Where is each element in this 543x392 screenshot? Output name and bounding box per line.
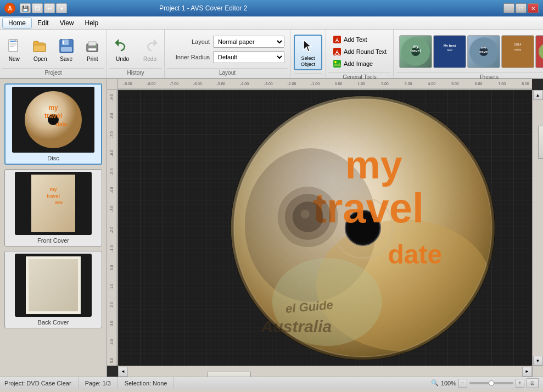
maximize-btn[interactable]: □ xyxy=(516,3,527,13)
new-button[interactable]: New xyxy=(2,36,26,63)
svg-text:text: text xyxy=(447,48,452,52)
svg-text:1.00: 1.00 xyxy=(358,82,366,86)
new-label: New xyxy=(9,56,20,62)
menubar: Home Edit View Help xyxy=(0,16,543,30)
preset-thumb-3[interactable]: my travel xyxy=(467,35,500,68)
svg-text:date: date xyxy=(388,240,442,269)
svg-point-14 xyxy=(95,45,97,47)
svg-text:travel: travel xyxy=(411,49,421,53)
svg-text:travel: travel xyxy=(44,112,62,120)
svg-point-21 xyxy=(334,61,337,63)
history-group-label: History xyxy=(109,68,162,76)
preset-thumb-4[interactable]: 2014 marty xyxy=(501,35,534,68)
disc-label: Disc xyxy=(47,155,59,161)
svg-rect-9 xyxy=(63,41,64,44)
disc-design[interactable]: my travel date el Guide Australia xyxy=(228,93,497,362)
add-text-icon: A xyxy=(333,35,342,44)
svg-text:3.00: 3.00 xyxy=(405,82,412,86)
svg-text:-2.0: -2.0 xyxy=(110,227,114,233)
zoom-slider[interactable] xyxy=(469,382,513,384)
disc-thumbnail: my travel date xyxy=(12,87,94,153)
canvas-content[interactable]: my travel date el Guide Australia xyxy=(118,90,543,366)
svg-text:-1.00: -1.00 xyxy=(311,82,320,86)
zoom-in-btn[interactable]: + xyxy=(516,379,524,388)
cursor-icon xyxy=(300,38,316,54)
ribbon-presets-group: my travel My best text my xyxy=(394,30,543,78)
hscroll-right-btn[interactable]: ► xyxy=(522,367,532,377)
horizontal-scrollbar[interactable]: ◄ ► xyxy=(118,366,532,377)
vscroll-up-btn[interactable]: ▲ xyxy=(533,90,543,100)
close-btn[interactable]: ✕ xyxy=(528,3,539,13)
svg-text:-7.00: -7.00 xyxy=(170,82,178,86)
add-round-text-icon: A xyxy=(333,47,342,56)
svg-text:1.0: 1.0 xyxy=(110,283,114,289)
qa-more-btn[interactable]: ▾ xyxy=(56,3,67,13)
select-object-label: SelectObject xyxy=(301,55,315,68)
svg-text:-6.0: -6.0 xyxy=(110,150,114,156)
app-logo: A xyxy=(4,3,15,14)
svg-text:2.0: 2.0 xyxy=(110,302,114,307)
window-title: Project 1 - AVS Cover Editor 2 xyxy=(159,4,248,12)
sidebar-item-front-cover[interactable]: my travel date Front Cover xyxy=(4,169,102,247)
svg-text:-7.0: -7.0 xyxy=(110,131,114,138)
redo-button[interactable]: Redo xyxy=(138,36,162,63)
open-button[interactable]: Open xyxy=(29,36,53,63)
sidebar: my travel date Disc xyxy=(0,79,107,377)
select-object-button[interactable]: SelectObject xyxy=(294,35,322,71)
preset-thumb-1[interactable]: my travel xyxy=(399,35,432,68)
layout-group-label: Layout xyxy=(167,68,288,76)
sidebar-item-back-cover[interactable]: Back Cover xyxy=(4,251,102,328)
titlebar: A 💾 🖫 ↩ ▾ Project 1 - AVS Cover Editor 2… xyxy=(0,0,543,16)
svg-text:-8.00: -8.00 xyxy=(147,82,156,86)
ribbon-layout-group: Layout Normal paper Inner Radius Default… xyxy=(165,30,290,78)
project-status-text: Project: DVD Case Clear xyxy=(4,380,71,387)
vertical-scrollbar[interactable]: ▲ ▼ xyxy=(532,90,543,366)
svg-text:5.0: 5.0 xyxy=(110,358,114,363)
svg-rect-8 xyxy=(62,40,69,45)
corner-square xyxy=(532,366,543,377)
radius-select[interactable]: Default xyxy=(213,51,284,63)
undo-label: Undo xyxy=(116,56,129,62)
sidebar-item-disc[interactable]: my travel date Disc xyxy=(4,83,102,165)
zoom-out-btn[interactable]: − xyxy=(458,379,467,388)
qa-open-btn[interactable]: 🖫 xyxy=(32,3,43,13)
main-area: my travel date Disc xyxy=(0,79,543,377)
layout-row: Layout Normal paper xyxy=(170,36,284,48)
open-label: Open xyxy=(33,56,47,62)
svg-text:A: A xyxy=(335,37,339,43)
menu-home[interactable]: Home xyxy=(2,18,32,29)
minimize-btn[interactable]: — xyxy=(503,3,514,13)
hscroll-thumb[interactable] xyxy=(207,372,251,377)
svg-text:travel: travel xyxy=(479,50,488,53)
svg-text:-8.0: -8.0 xyxy=(110,113,114,119)
menu-help[interactable]: Help xyxy=(80,18,104,29)
vscroll-thumb[interactable] xyxy=(538,126,544,159)
svg-text:travel: travel xyxy=(47,193,60,199)
add-image-label: Add Image xyxy=(344,60,373,67)
preset-thumb-5[interactable] xyxy=(535,35,543,68)
vscroll-down-btn[interactable]: ▼ xyxy=(533,356,543,366)
layout-select[interactable]: Normal paper xyxy=(213,36,284,48)
qa-save-btn[interactable]: 💾 xyxy=(20,3,31,13)
radius-row: Inner Radius Default xyxy=(170,51,284,63)
svg-text:my: my xyxy=(49,187,57,192)
svg-text:A: A xyxy=(335,49,339,55)
menu-view[interactable]: View xyxy=(54,18,80,29)
add-text-button[interactable]: A Add Text xyxy=(331,34,389,45)
canvas-area: -9.00 -8.00 -7.00 -6.00 -5.00 -4.00 -3.0… xyxy=(107,79,543,377)
hscroll-left-btn[interactable]: ◄ xyxy=(118,367,128,377)
svg-rect-13 xyxy=(88,48,96,51)
preset-thumb-2[interactable]: My best text xyxy=(433,35,466,68)
undo-button[interactable]: Undo xyxy=(109,36,136,63)
statusbar: Project: DVD Case Clear Page: 1/3 Select… xyxy=(0,377,543,389)
svg-text:-4.0: -4.0 xyxy=(110,187,114,193)
add-round-text-button[interactable]: A Add Round Text xyxy=(331,46,389,57)
qa-undo-btn[interactable]: ↩ xyxy=(44,3,55,13)
selection-status-text: Selection: None xyxy=(125,380,167,387)
print-button[interactable]: Print xyxy=(81,36,105,63)
fit-window-btn[interactable]: ⊡ xyxy=(527,378,539,388)
menu-edit[interactable]: Edit xyxy=(32,18,54,29)
svg-point-113 xyxy=(301,210,310,219)
save-button[interactable]: Save xyxy=(54,36,79,63)
add-image-button[interactable]: Add Image xyxy=(331,58,389,69)
